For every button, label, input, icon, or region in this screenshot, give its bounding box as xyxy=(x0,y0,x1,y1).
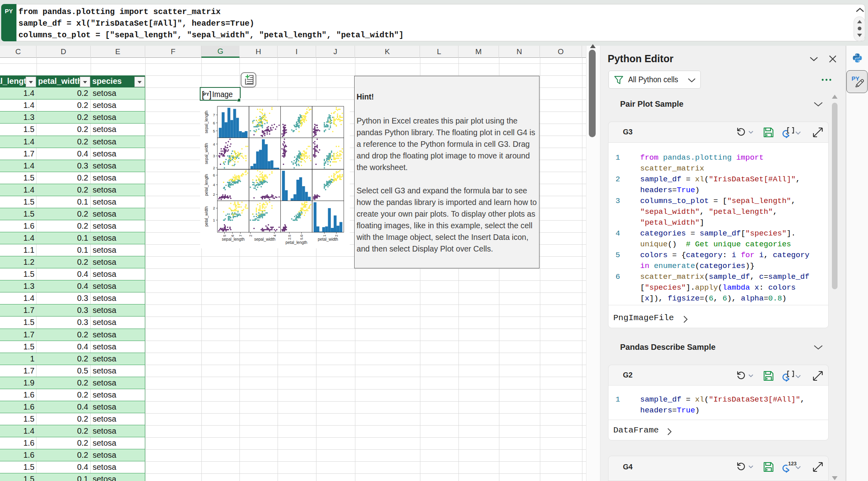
svg-text:2.5: 2.5 xyxy=(288,235,292,240)
svg-text:6: 6 xyxy=(231,235,235,237)
svg-text:petal_width: petal_width xyxy=(204,207,209,227)
svg-text:2: 2 xyxy=(213,193,215,197)
svg-text:1: 1 xyxy=(322,235,327,237)
svg-text:7: 7 xyxy=(239,235,243,237)
svg-text:7: 7 xyxy=(213,113,215,117)
svg-text:123: 123 xyxy=(788,461,797,467)
svg-text:5: 5 xyxy=(213,129,215,133)
svg-text:2: 2 xyxy=(213,166,215,170)
svg-text:sepal_length: sepal_length xyxy=(222,237,245,242)
svg-text:2: 2 xyxy=(335,235,339,237)
svg-text:6: 6 xyxy=(213,121,215,125)
svg-text:3: 3 xyxy=(213,154,215,158)
svg-text:4: 4 xyxy=(273,235,277,237)
svg-text:2: 2 xyxy=(213,206,215,210)
svg-text:5.0: 5.0 xyxy=(300,235,304,240)
svg-text:sepal_width: sepal_width xyxy=(204,143,209,164)
svg-text:1: 1 xyxy=(213,218,215,222)
svg-text:petal_length: petal_length xyxy=(204,174,209,196)
svg-text:petal_width: petal_width xyxy=(318,237,338,242)
svg-text:2: 2 xyxy=(249,235,253,237)
svg-text:sepal_width: sepal_width xyxy=(254,237,276,242)
svg-text:5: 5 xyxy=(223,235,227,237)
svg-text:petal_length: petal_length xyxy=(286,240,308,245)
svg-text:4: 4 xyxy=(213,183,215,187)
svg-text:sepal_length: sepal_length xyxy=(204,111,209,134)
svg-text:4: 4 xyxy=(213,142,215,146)
svg-text:6: 6 xyxy=(213,173,215,177)
